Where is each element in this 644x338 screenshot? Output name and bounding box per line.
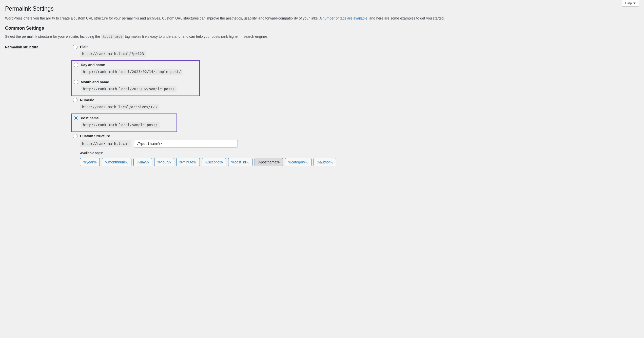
option-plain-label[interactable]: Plain (73, 45, 637, 49)
tag-button-year[interactable]: %year% (80, 158, 100, 166)
tag-button-category[interactable]: %category% (285, 158, 311, 166)
intro-pre: WordPress offers you the ability to crea… (5, 16, 323, 20)
radio-day-name[interactable] (74, 63, 78, 67)
tag-button-second[interactable]: %second% (202, 158, 226, 166)
option-numeric-text: Numeric (80, 98, 94, 102)
option-plain: Plain http://rank-math.local/?p=123 (71, 43, 639, 58)
option-month-name-label[interactable]: Month and name (74, 80, 197, 84)
help-tab-label: Help (625, 1, 632, 5)
url-day-name: http://rank-math.local/2023/02/14/sample… (81, 69, 183, 75)
option-custom-text: Custom Structure (80, 134, 110, 138)
option-post-name-label[interactable]: Post name (74, 116, 174, 120)
tags-row: %year%%monthnum%%day%%hour%%minute%%seco… (80, 158, 637, 166)
common-desc-pre: Select the permalink structure for your … (5, 34, 101, 39)
radio-custom[interactable] (73, 134, 77, 138)
radio-numeric[interactable] (73, 98, 77, 102)
option-day-name-label[interactable]: Day and name (74, 63, 197, 67)
url-plain: http://rank-math.local/?p=123 (80, 51, 146, 57)
url-month-name: http://rank-math.local/2023/02/sample-po… (81, 86, 177, 92)
postname-tag-code: %postname% (101, 34, 124, 39)
url-post-name: http://rank-math.local/sample-post/ (81, 122, 160, 128)
option-day-name: Day and name http://rank-math.local/2023… (72, 61, 199, 76)
option-post-name: Post name http://rank-math.local/sample-… (72, 114, 177, 129)
highlight-day-month-group: Day and name http://rank-math.local/2023… (71, 60, 200, 96)
intro-post: , and here are some examples to get you … (367, 16, 445, 20)
option-custom: Custom Structure http://rank-math.local … (71, 132, 639, 168)
common-description: Select the permalink structure for your … (5, 34, 639, 39)
radio-post-name[interactable] (74, 116, 78, 120)
option-post-name-text: Post name (81, 116, 99, 120)
intro-paragraph: WordPress offers you the ability to crea… (5, 16, 639, 21)
option-day-name-text: Day and name (81, 63, 105, 67)
radio-month-name[interactable] (74, 80, 78, 84)
tag-button-minute[interactable]: %minute% (176, 158, 200, 166)
url-numeric: http://rank-math.local/archives/123 (80, 104, 159, 110)
custom-prefix: http://rank-math.local (80, 140, 131, 147)
tag-button-monthnum[interactable]: %monthnum% (102, 158, 131, 166)
tag-button-day[interactable]: %day% (133, 158, 152, 166)
option-month-name: Month and name http://rank-math.local/20… (72, 78, 199, 93)
tags-available-link[interactable]: number of tags are available (323, 16, 367, 20)
help-tab[interactable]: Help (622, 0, 639, 7)
option-month-name-text: Month and name (81, 80, 109, 84)
highlight-post-name: Post name http://rank-math.local/sample-… (71, 114, 177, 132)
available-tags-label: Available tags: (80, 151, 637, 155)
option-plain-text: Plain (80, 45, 88, 49)
page-title: Permalink Settings (5, 0, 639, 16)
permalink-structure-label: Permalink structure (5, 43, 71, 170)
common-settings-heading: Common Settings (5, 26, 639, 31)
option-numeric-label[interactable]: Numeric (73, 98, 637, 102)
common-desc-post: tag makes links easy to understand, and … (125, 34, 268, 39)
custom-structure-input[interactable] (134, 140, 238, 147)
tag-button-author[interactable]: %author% (314, 158, 337, 166)
option-numeric: Numeric http://rank-math.local/archives/… (71, 96, 639, 111)
option-custom-label[interactable]: Custom Structure (73, 134, 637, 138)
tag-button-post_id[interactable]: %post_id% (228, 158, 252, 166)
tag-button-hour[interactable]: %hour% (154, 158, 174, 166)
tag-button-postname[interactable]: %postname% (255, 158, 283, 166)
radio-plain[interactable] (73, 45, 77, 49)
